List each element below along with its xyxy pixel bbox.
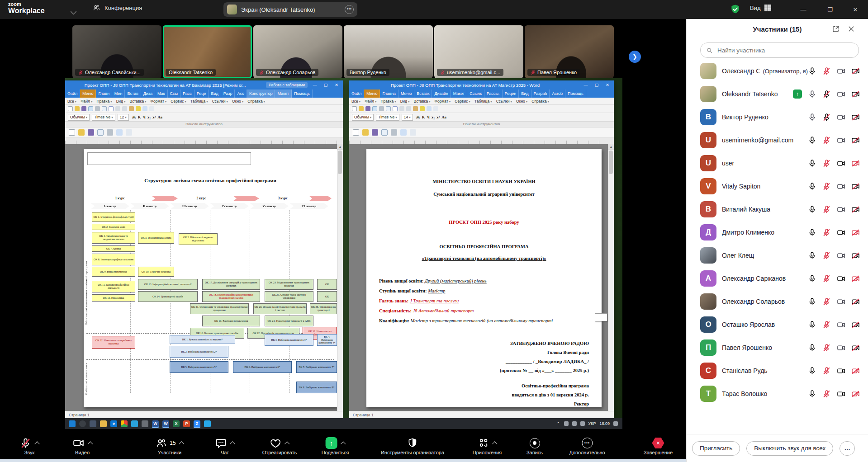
mic-on-icon[interactable] [808, 182, 816, 191]
participant-row[interactable]: В Виктор Руденко ↑ [700, 107, 860, 127]
chevron-up-icon[interactable] [285, 441, 289, 446]
toolbar-icon[interactable] [379, 106, 384, 111]
toolbar-icon[interactable] [126, 129, 132, 136]
mic-off-icon[interactable] [822, 274, 831, 283]
menu-item[interactable]: Правка [381, 99, 396, 104]
format-button[interactable]: Ж [131, 115, 137, 119]
vertical-scrollbar[interactable]: ▲ [608, 144, 614, 411]
toolbar-icon[interactable] [115, 106, 120, 111]
mic-on-icon[interactable] [808, 251, 816, 260]
minimize-button[interactable]: — [793, 0, 814, 19]
diagram-box[interactable]: ОК 17. Дослідження операцій у транспортн… [202, 279, 260, 290]
camera-on-icon[interactable] [837, 251, 845, 260]
participant-row[interactable]: Олег Клещ ↑ [700, 245, 860, 266]
ribbon-tab[interactable]: Разраб [531, 90, 550, 98]
video-button[interactable]: Видео [73, 437, 92, 455]
diagram-box[interactable]: ОК 8. Інженерна графіка та основи [92, 254, 135, 265]
participant-row[interactable]: Д Дмитро Клименко ↑ [700, 222, 860, 243]
diagram-box[interactable]: ОК 32. Навчальна та виробнича практика [92, 336, 135, 349]
participant-row[interactable]: О Осташко Ярослав ↑ [700, 314, 860, 335]
camera-on-icon[interactable] [837, 321, 845, 329]
menu-item[interactable]: Ссылки [212, 99, 228, 104]
mic-on-icon[interactable] [808, 297, 816, 306]
format-button[interactable]: Аа [157, 115, 163, 119]
end-meeting-button[interactable]: ✕ Завершение [644, 437, 673, 455]
mic-on-icon[interactable] [808, 367, 816, 375]
menu-item[interactable]: Правка [97, 99, 112, 104]
chevron-down-icon[interactable] [71, 7, 76, 15]
mic-off-icon[interactable] [822, 297, 831, 306]
format-button[interactable]: К [421, 115, 426, 119]
camera-on-icon[interactable] [837, 136, 845, 145]
camera-off-icon[interactable] [851, 182, 860, 191]
toolbar-icon[interactable] [400, 129, 407, 136]
video-tile[interactable]: Oleksandr Tatsenko [163, 25, 252, 78]
toolbar-icon[interactable] [81, 106, 86, 111]
diagram-box[interactable]: ОК 5. Військова і медична підготовка [179, 233, 218, 245]
camera-on-icon[interactable] [837, 113, 845, 122]
taskbar-app-icon[interactable]: W [152, 420, 159, 427]
ribbon-tab[interactable]: Рецен [503, 90, 519, 98]
chevron-up-icon[interactable] [88, 441, 93, 446]
mic-on-icon[interactable] [808, 159, 816, 168]
mic-off-icon[interactable] [822, 90, 831, 99]
taskbar-app-icon[interactable]: W [162, 420, 169, 427]
tray-clock[interactable]: 18:09 [599, 421, 610, 426]
ribbon-tab[interactable]: Ссы [168, 90, 180, 98]
diagram-box[interactable]: ОК 2. Іноземна мова [92, 224, 135, 230]
textbox-empty[interactable] [87, 152, 251, 165]
more-button[interactable]: ••• Дополнительно [569, 437, 605, 455]
diagram-box[interactable]: ОК 19. Вантажні перевезення [202, 316, 260, 326]
font-select[interactable]: Times Ne [376, 114, 399, 121]
ribbon-tab[interactable]: Вид [209, 90, 221, 98]
mic-off-icon[interactable] [822, 251, 831, 260]
menu-item[interactable]: Все [67, 99, 76, 104]
video-tile[interactable]: Павел Ярошенко [525, 25, 614, 78]
close-icon[interactable] [847, 25, 855, 33]
mic-off-icon[interactable] [822, 367, 831, 375]
participants-button[interactable]: 15 Участники [156, 437, 183, 455]
taskbar-app-icon[interactable]: Z [194, 420, 200, 427]
diagram-box[interactable]: ОК 21. Організація та управління транспо… [190, 303, 249, 314]
camera-off-icon[interactable] [851, 390, 860, 398]
ribbon-tab[interactable]: Помощь [292, 90, 313, 98]
mic-off-icon[interactable] [822, 113, 831, 122]
mic-on-icon[interactable] [808, 136, 816, 145]
restore-button[interactable]: ❐ [820, 0, 840, 19]
word-window-bakalavr[interactable]: Проект ОПП - J8 ОПП Транспортни технолог… [65, 80, 343, 418]
taskbar-app-icon[interactable] [79, 420, 86, 427]
chat-button[interactable]: Чат [215, 437, 234, 455]
taskbar-app-icon[interactable] [142, 420, 148, 427]
security-shield-icon[interactable] [730, 4, 740, 14]
mic-off-icon[interactable] [822, 182, 831, 191]
menu-item[interactable]: Окно [232, 99, 243, 104]
diagram-box[interactable]: ВК 3. Вибіркова компонента 3* [265, 334, 313, 346]
menu-item[interactable]: Ссылки [496, 99, 512, 104]
ruler[interactable] [349, 138, 614, 144]
close-button[interactable]: ✕ [604, 83, 611, 87]
menu-item[interactable]: Сервис [455, 99, 470, 104]
toolbar-icon[interactable] [386, 106, 391, 111]
restore-button[interactable]: ▢ [322, 83, 329, 87]
camera-on-icon[interactable] [837, 67, 845, 75]
camera-off-icon[interactable] [851, 228, 860, 237]
menu-item[interactable]: Сервис [171, 99, 186, 104]
diagram-box[interactable]: ОК 13. Інформаційні системи і технології [138, 279, 198, 290]
menu-item[interactable]: Справка [531, 99, 549, 104]
ribbon-tab[interactable]: Меню [364, 90, 380, 98]
toolbar-icon[interactable] [359, 106, 364, 111]
camera-on-icon[interactable] [837, 228, 845, 237]
camera-off-icon[interactable] [851, 251, 860, 260]
camera-on-icon[interactable] [837, 344, 845, 352]
taskbar-app-icon[interactable]: X [173, 420, 180, 427]
font-size-select[interactable]: 14 [402, 114, 413, 121]
toolbar-icon[interactable] [69, 129, 75, 136]
tray-language[interactable]: УКР [588, 421, 596, 426]
toolbar-icon[interactable] [102, 106, 107, 111]
ribbon-tab[interactable]: Макет [275, 90, 291, 98]
chevron-up-icon[interactable] [341, 441, 346, 446]
participant-row[interactable]: Олександр Соларьов ↑ [700, 291, 860, 312]
diagram-box[interactable]: ОК 12. Ергономіка [92, 294, 135, 302]
format-button[interactable]: x² [152, 115, 157, 119]
taskbar-app-icon[interactable] [69, 420, 76, 427]
